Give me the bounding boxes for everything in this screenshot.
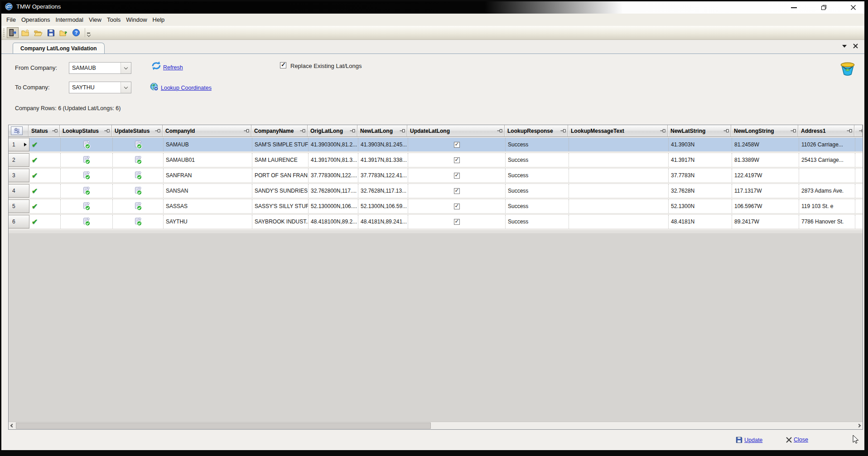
cell-address1[interactable]: 119 103 St. e <box>799 199 855 213</box>
cell-new_lat_string[interactable]: 32.7628N <box>669 184 732 198</box>
cell-lookup_message[interactable] <box>569 138 669 151</box>
column-header-lookup_status[interactable]: LookupStatus <box>60 125 112 136</box>
toolbar-grip[interactable] <box>3 29 5 37</box>
column-header-address2_clipped[interactable]: A <box>854 125 863 136</box>
cell-new_latlong[interactable]: 52.1300N,106.59... <box>358 199 408 213</box>
cell-_stub[interactable] <box>855 169 863 182</box>
menu-tools[interactable]: Tools <box>104 15 123 24</box>
update-latlong-checkbox[interactable] <box>454 142 460 148</box>
cell-update_latlong[interactable] <box>408 169 506 182</box>
to-company-combobox[interactable]: SAYTHU <box>69 82 131 93</box>
cell-orig_latlong[interactable]: 41.390300N,81.2... <box>309 138 358 151</box>
cell-company_id[interactable]: SANFRAN <box>164 169 252 182</box>
table-row[interactable]: 5✔SASSASSASSY'S SILLY STUFF52.130000N,10… <box>9 199 863 213</box>
minimize-button[interactable] <box>791 7 797 8</box>
cell-lookup_response[interactable]: Success <box>506 169 569 182</box>
update-action[interactable]: Update <box>736 437 762 443</box>
table-row[interactable]: 2✔SAMAUB01SAM LAURENCE41.391700N,81.3...… <box>9 153 863 167</box>
cell-lookup_message[interactable] <box>569 169 669 182</box>
pin-icon[interactable] <box>560 129 566 133</box>
cell-company_id[interactable]: SAMAUB <box>164 138 252 151</box>
update-latlong-checkbox[interactable] <box>454 219 460 225</box>
pin-icon[interactable] <box>104 129 110 133</box>
row-header[interactable]: 6 <box>9 215 29 228</box>
column-header-lookup_response[interactable]: LookupResponse <box>505 125 568 136</box>
update-link[interactable]: Update <box>744 437 762 443</box>
cell-status[interactable]: ✔ <box>29 153 61 167</box>
bucket-icon[interactable] <box>839 60 857 78</box>
pin-icon[interactable] <box>497 129 502 133</box>
cell-new_long_string[interactable]: 81.2458W <box>732 138 799 151</box>
cell-lookup_response[interactable]: Success <box>506 199 569 213</box>
pin-icon[interactable] <box>300 129 305 133</box>
column-header-company_name[interactable]: CompanyName <box>251 125 308 136</box>
table-row[interactable]: 1✔SAMAUBSAM'S SIMPLE STUFF41.390300N,81.… <box>9 138 863 151</box>
cell-update_status[interactable] <box>113 153 164 167</box>
tab-company-latlong-validation[interactable]: Company Lat/Long Validation <box>13 43 105 53</box>
cell-_stub[interactable] <box>855 153 863 167</box>
cell-status[interactable]: ✔ <box>29 215 61 228</box>
cell-company_name[interactable]: SAM LAURENCE <box>252 153 309 167</box>
cell-new_lat_string[interactable]: 48.4181N <box>669 215 732 228</box>
cell-update_latlong[interactable] <box>408 153 506 167</box>
refresh-icon[interactable] <box>150 61 162 71</box>
cell-new_long_string[interactable]: 122.4197W <box>732 169 799 182</box>
cell-address1[interactable]: 11026 Carriage... <box>799 138 855 151</box>
cell-_stub[interactable] <box>855 184 863 198</box>
cell-new_latlong[interactable]: 41.3917N,81.338... <box>358 153 408 167</box>
cell-update_latlong[interactable] <box>408 138 506 151</box>
cell-address1[interactable]: 7786 Hanover St. <box>799 215 855 228</box>
cell-new_lat_string[interactable]: 37.7783N <box>669 169 732 182</box>
cell-update_status[interactable] <box>113 184 164 198</box>
lookup-coordinates-globe-icon[interactable] <box>150 82 159 92</box>
replace-existing-checkbox[interactable] <box>280 62 286 68</box>
field-chooser-icon[interactable] <box>11 126 23 135</box>
save-icon[interactable] <box>45 27 57 38</box>
row-header[interactable]: 2 <box>9 153 29 167</box>
update-latlong-checkbox[interactable] <box>454 188 460 194</box>
cell-new_latlong[interactable]: 32.7628N,117.13... <box>358 184 408 198</box>
cell-company_name[interactable]: SAYBROOK INDUST... <box>252 215 309 228</box>
row-header[interactable]: 1 <box>9 138 29 151</box>
column-header-orig_latlong[interactable]: OrigLatLong <box>308 125 357 136</box>
cell-lookup_response[interactable]: Success <box>506 138 569 151</box>
column-header-status[interactable]: Status <box>29 125 60 136</box>
pin-icon[interactable] <box>52 129 58 133</box>
help-icon[interactable]: ? <box>70 27 82 38</box>
tab-list-dropdown-icon[interactable] <box>842 45 847 48</box>
cell-new_lat_string[interactable]: 41.3903N <box>669 138 732 151</box>
cell-update_status[interactable] <box>113 169 164 182</box>
lookup-coordinates-link[interactable]: Lookup Coordinates <box>161 85 212 91</box>
cell-orig_latlong[interactable]: 52.130000N,106.... <box>309 199 358 213</box>
column-header-new_long_string[interactable]: NewLongString <box>731 125 798 136</box>
pin-icon[interactable] <box>723 129 729 133</box>
scroll-right-icon[interactable] <box>855 422 863 429</box>
close-button[interactable] <box>850 5 856 10</box>
cell-lookup_status[interactable] <box>61 138 113 151</box>
menu-view[interactable]: View <box>86 15 104 24</box>
cell-new_lat_string[interactable]: 52.1300N <box>669 199 732 213</box>
pin-icon[interactable] <box>660 129 665 133</box>
row-header[interactable]: 4 <box>9 184 29 198</box>
cell-company_name[interactable]: SASSY'S SILLY STUFF <box>252 199 309 213</box>
cell-new_latlong[interactable]: 37.7783N,122.41... <box>358 169 408 182</box>
cell-company_id[interactable]: SAYTHU <box>164 215 252 228</box>
cell-orig_latlong[interactable]: 41.391700N,81.3... <box>309 153 358 167</box>
horizontal-scrollbar[interactable] <box>9 422 863 429</box>
menu-operations[interactable]: Operations <box>19 15 53 24</box>
cell-update_latlong[interactable] <box>408 215 506 228</box>
cell-company_name[interactable]: PORT OF SAN FRAN... <box>252 169 309 182</box>
pin-icon[interactable] <box>350 129 355 133</box>
pin-icon[interactable] <box>859 129 863 133</box>
cell-new_long_string[interactable]: 117.1317W <box>732 184 799 198</box>
update-latlong-checkbox[interactable] <box>454 204 460 209</box>
pin-icon[interactable] <box>847 129 852 133</box>
table-row[interactable]: 6✔SAYTHUSAYBROOK INDUST...48.418100N,89.… <box>9 215 863 228</box>
menu-window[interactable]: Window <box>123 15 149 24</box>
cell-lookup_message[interactable] <box>569 153 669 167</box>
column-header-new_latlong[interactable]: NewLatLong <box>357 125 407 136</box>
update-latlong-checkbox[interactable] <box>454 173 460 179</box>
cell-lookup_response[interactable]: Success <box>506 153 569 167</box>
cell-lookup_message[interactable] <box>569 215 669 228</box>
table-row[interactable]: 4✔SANSANSANDY'S SUNDRIES32.762800N,117..… <box>9 184 863 198</box>
